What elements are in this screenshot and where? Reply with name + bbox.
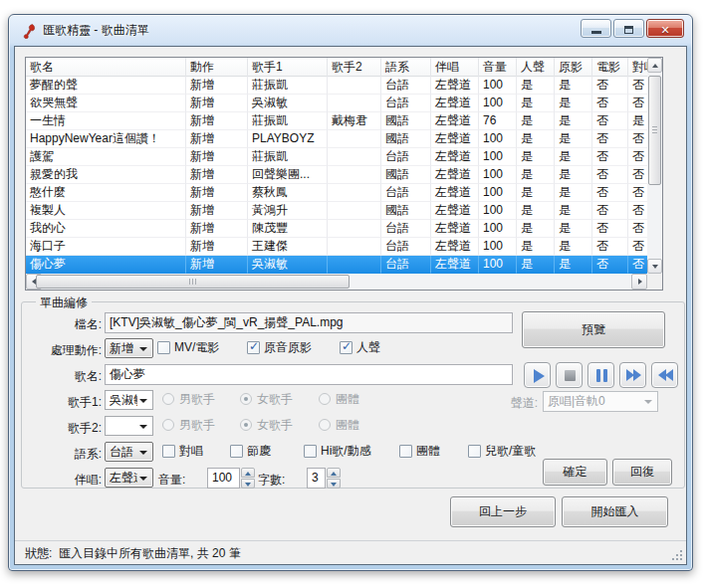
- table-cell: 左聲道: [431, 148, 479, 166]
- column-header[interactable]: 語系: [381, 58, 431, 77]
- table-cell: 100: [479, 148, 517, 166]
- column-header[interactable]: 伴唱: [431, 58, 479, 77]
- column-header[interactable]: 動作: [186, 58, 248, 77]
- filename-field[interactable]: [KTV]吳淑敏_傷心夢_閩_vR_揚聲_PAL.mpg: [105, 312, 513, 333]
- table-cell: 否: [592, 184, 628, 202]
- table-cell: 是: [517, 184, 555, 202]
- table-cell: 是: [555, 220, 592, 238]
- column-header[interactable]: 電影: [592, 58, 628, 77]
- singer1-combobox[interactable]: 吳淑敏: [105, 390, 153, 410]
- scroll-down-button[interactable]: [647, 259, 662, 274]
- table-cell: [328, 184, 381, 202]
- table-cell: 台語: [381, 220, 431, 238]
- minimize-icon: [591, 31, 601, 34]
- spin-up-button[interactable]: [327, 468, 341, 478]
- table-row[interactable]: 傷心夢新增吳淑敏台語左聲道100是是否否: [26, 256, 647, 274]
- scroll-up-button[interactable]: [647, 58, 662, 73]
- table-row[interactable]: 護駕新增莊振凱台語左聲道100是是否否: [26, 148, 647, 166]
- column-header[interactable]: 對唱: [628, 58, 647, 77]
- fast-forward-button[interactable]: [619, 362, 646, 388]
- horizontal-scrollbar[interactable]: [26, 274, 647, 290]
- play-button[interactable]: [524, 362, 551, 388]
- table-cell: 國語: [381, 202, 431, 220]
- table-cell: 100: [479, 238, 517, 256]
- accompany-combobox[interactable]: 左聲道: [105, 468, 153, 488]
- status-bar: 狀態: 匯入目錄中所有歌曲清單, 共 20 筆: [15, 540, 686, 564]
- confirm-button[interactable]: 確定: [543, 459, 607, 486]
- stop-button[interactable]: [556, 362, 583, 388]
- table-cell: [328, 95, 381, 112]
- table-cell: 否: [628, 77, 647, 95]
- vertical-scroll-thumb[interactable]: [648, 76, 661, 185]
- table-cell: 是: [517, 95, 555, 112]
- arrow-down-icon: [245, 483, 251, 487]
- back-button[interactable]: 回上一步: [450, 496, 556, 527]
- spin-up-button[interactable]: [241, 468, 255, 478]
- screen: 匯歌精靈 - 歌曲清單 ✕ 歌名動作歌手1歌手2語系伴唱音量人聲原影電影對唱 夢…: [0, 0, 704, 588]
- table-cell: 否: [628, 184, 647, 202]
- song-name-field[interactable]: 傷心夢: [105, 364, 513, 385]
- wordcount-spinner[interactable]: 3: [307, 468, 341, 489]
- table-cell: 台語: [381, 77, 431, 95]
- spin-down-button[interactable]: [241, 479, 255, 489]
- scroll-right-button[interactable]: [631, 274, 647, 290]
- preview-button[interactable]: 預覽: [522, 311, 665, 348]
- table-cell: 吳淑敏: [248, 95, 328, 112]
- table-cell: 100: [479, 256, 517, 274]
- column-header[interactable]: 音量: [479, 58, 517, 77]
- table-row[interactable]: 欲哭無聲新增吳淑敏台語左聲道100是是否否: [26, 95, 647, 112]
- table-row[interactable]: 我的心新增陳茂豐台語左聲道100是是否否: [26, 220, 647, 238]
- channel-combobox[interactable]: 原唱|音軌0: [543, 391, 658, 412]
- titlebar[interactable]: 匯歌精靈 - 歌曲清單 ✕: [9, 15, 692, 47]
- revert-button[interactable]: 回復: [612, 459, 672, 486]
- singer2-label: 歌手2:: [30, 420, 102, 437]
- rewind-icon: [658, 369, 666, 381]
- column-header[interactable]: 歌名: [26, 58, 186, 77]
- checkbox-box: [230, 445, 243, 458]
- start-import-button[interactable]: 開始匯入: [562, 496, 668, 527]
- close-button[interactable]: ✕: [646, 19, 684, 38]
- table-row[interactable]: 憨什麼新增蔡秋鳳台語左聲道100是是否否: [26, 184, 647, 202]
- table-cell: 左聲道: [431, 256, 479, 274]
- action-combobox[interactable]: 新增: [105, 338, 153, 358]
- resize-grip-icon[interactable]: [671, 549, 683, 561]
- language-label: 語系:: [30, 446, 102, 463]
- table-cell: 否: [592, 148, 628, 166]
- table-cell: 是: [555, 112, 592, 130]
- table-row[interactable]: 親愛的我新增回聲樂團...國語左聲道100是是否否: [26, 166, 647, 184]
- column-header[interactable]: 歌手2: [328, 58, 381, 77]
- checkbox-box: [247, 341, 260, 354]
- column-header[interactable]: 人聲: [517, 58, 555, 77]
- table-cell: 是: [555, 202, 592, 220]
- table-row[interactable]: 夢醒的聲新增莊振凱台語左聲道100是是否否: [26, 77, 647, 95]
- checkbox-box: [157, 341, 170, 354]
- rewind-button[interactable]: [651, 362, 678, 388]
- table-cell: 新增: [186, 166, 248, 184]
- table-cell: 否: [592, 77, 628, 95]
- song-name-label: 歌名:: [30, 368, 102, 385]
- table-cell: 是: [555, 238, 592, 256]
- pause-button[interactable]: [587, 362, 614, 388]
- minimize-button[interactable]: [581, 19, 611, 38]
- maximize-button[interactable]: [613, 19, 644, 38]
- table-row[interactable]: HappyNewYear這個讚！新增PLAYBOYZ國語左聲道100是是否否: [26, 130, 647, 148]
- table-row[interactable]: 一生情新增莊振凱戴梅君國語左聲道76是是否是: [26, 112, 647, 130]
- table-row[interactable]: 海口子新增王建傑台語左聲道100是是否否: [26, 238, 647, 256]
- table-cell: 否: [592, 238, 628, 256]
- table-cell: 王建傑: [248, 238, 328, 256]
- horizontal-scroll-thumb[interactable]: [36, 275, 350, 289]
- volume-spinner[interactable]: 100: [207, 468, 255, 489]
- singer2-combobox[interactable]: [105, 416, 153, 436]
- language-combobox[interactable]: 台語: [105, 442, 153, 462]
- table-cell: 是: [555, 130, 592, 148]
- table-row[interactable]: 複製人新增黃鴻升國語左聲道100是是否否: [26, 202, 647, 220]
- column-header[interactable]: 原影: [555, 58, 592, 77]
- table-cell: 海口子: [26, 238, 186, 256]
- table-cell: [328, 130, 381, 148]
- pause-icon: [596, 369, 600, 382]
- table-cell: 76: [479, 112, 517, 130]
- spin-down-button[interactable]: [327, 479, 341, 489]
- table-cell: 否: [628, 166, 647, 184]
- column-header[interactable]: 歌手1: [248, 58, 328, 77]
- vertical-scrollbar[interactable]: [647, 58, 662, 274]
